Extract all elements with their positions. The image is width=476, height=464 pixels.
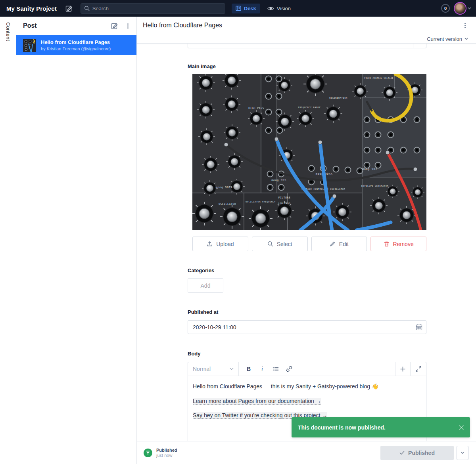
upload-button-label: Upload [216,241,234,247]
version-label: Current version [427,36,462,42]
toast-message: This document is now published. [298,424,386,431]
check-icon [399,451,405,455]
version-selector[interactable]: Current version [137,34,476,44]
list-pane-header: Post [16,17,136,35]
document-menu-kebab-icon[interactable] [462,22,468,29]
publish-status-icon [144,449,152,457]
user-menu[interactable] [454,2,471,15]
tab-desk[interactable]: Desk [232,4,260,13]
photo-label: moog 907A [216,186,233,189]
list-item[interactable]: Hello from Cloudflare Pages by Kristian … [16,35,136,55]
document-form-scroll-area[interactable]: Main image [137,44,476,441]
add-category-button[interactable]: Add [188,278,223,293]
photo-label: FILTERS [278,196,291,199]
search-input-wrap[interactable] [81,3,225,14]
photo-label: VOLTAGE CONTROLLED OSCILLATOR [301,188,345,190]
body-label: Body [188,351,426,357]
tab-desk-label: Desk [244,6,256,11]
publish-button[interactable]: Published [380,446,454,460]
body-paragraph: Hello from Cloudflare Pages — this is my… [193,383,421,391]
eye-icon [267,6,274,11]
compose-button[interactable] [65,5,73,12]
document-header: Hello from Cloudflare Pages Current vers… [137,17,476,44]
photo-label: REGENERATION [329,97,347,99]
main-image-label: Main image [188,63,426,69]
edit-button-label: Edit [339,241,349,247]
publish-menu-chevron-button[interactable] [457,446,468,460]
editor-toolbar: Normal B i [188,362,426,376]
list-pane-title: Post [23,22,37,29]
remove-button-label: Remove [393,241,414,247]
top-navbar: My Sanity Project Desk [0,0,476,17]
edit-button[interactable]: Edit [311,237,367,251]
avatar [454,2,466,15]
sidebar-tab-content[interactable]: Content [5,22,11,464]
document-footer: Published just now Published [137,441,476,464]
search-input[interactable] [92,6,222,11]
upload-button[interactable]: Upload [192,237,248,251]
publish-button-label: Published [408,450,435,456]
body-link-documentation[interactable]: Learn more about Pages from our document… [193,398,321,405]
pencil-icon [330,241,336,247]
photo-label: OSCILLATOR FREQUENCY [246,200,276,203]
insert-plus-button[interactable] [395,362,410,376]
desk-panes-icon [236,6,241,11]
select-button-label: Select [277,241,292,247]
magnifier-icon [267,241,273,247]
post-thumbnail [23,39,36,52]
photo-label: moog 902 [362,168,377,171]
published-at-label: Published at [188,309,426,315]
bold-button[interactable]: B [243,364,255,374]
chevron-down-icon [468,7,471,10]
sidebar-rail: Content [0,17,16,464]
search-icon [84,6,90,11]
document-editor-pane: Hello from Cloudflare Pages Current vers… [137,17,476,464]
compose-icon [65,5,73,12]
publish-status-title: Published [156,448,177,453]
photo-label: HIGH PASS [248,107,264,110]
link-icon[interactable] [283,364,295,374]
bullet-list-icon[interactable] [270,364,282,374]
paragraph-style-select[interactable]: Normal [188,362,239,376]
fullscreen-expand-icon[interactable] [410,362,426,376]
paragraph-style-value: Normal [193,366,230,372]
photo-label: moog 995 [271,179,286,182]
photo-label: LOW PASS [278,202,291,204]
document-title: Hello from Cloudflare Pages [143,22,222,29]
slug-field-clipped[interactable] [188,44,426,48]
list-menu-kebab-icon[interactable] [125,23,131,29]
remove-button[interactable]: Remove [370,237,426,251]
main-image-photo: HIGH PASS FREQUENCY RANGE REGENERATION m… [192,74,426,230]
photo-label: FIXED CONTROL VOLTAGE [364,77,393,79]
categories-label: Categories [188,267,426,273]
published-toast: This document is now published. [292,417,470,437]
calendar-icon[interactable] [416,324,422,330]
project-title: My Sanity Project [6,5,57,12]
italic-button[interactable]: i [256,364,268,374]
publish-status-time: just now [156,453,177,458]
list-item-title: Hello from Cloudflare Pages [41,39,111,46]
tab-vision[interactable]: Vision [267,6,291,11]
published-at-input[interactable] [188,320,426,334]
photo-label: OSCILLATOR [219,202,236,206]
photo-label: FREQUENCY RANGE [298,106,321,109]
select-button[interactable]: Select [252,237,308,251]
chevron-down-icon [230,368,234,370]
document-list-pane: Post [16,17,137,464]
list-item-subtitle: by Kristian Freeman (@signalnerve) [41,46,111,51]
image-actions-row: Upload Select [192,237,426,251]
notification-counter-badge[interactable]: 0 [441,4,450,13]
toast-close-icon[interactable] [458,424,464,431]
trash-icon [384,241,390,247]
tab-vision-label: Vision [277,6,291,11]
upload-icon [207,241,213,247]
photo-label: ENVELOPE GENERATOR [361,185,389,187]
new-document-icon[interactable] [111,22,118,29]
chevron-down-icon [464,38,468,40]
